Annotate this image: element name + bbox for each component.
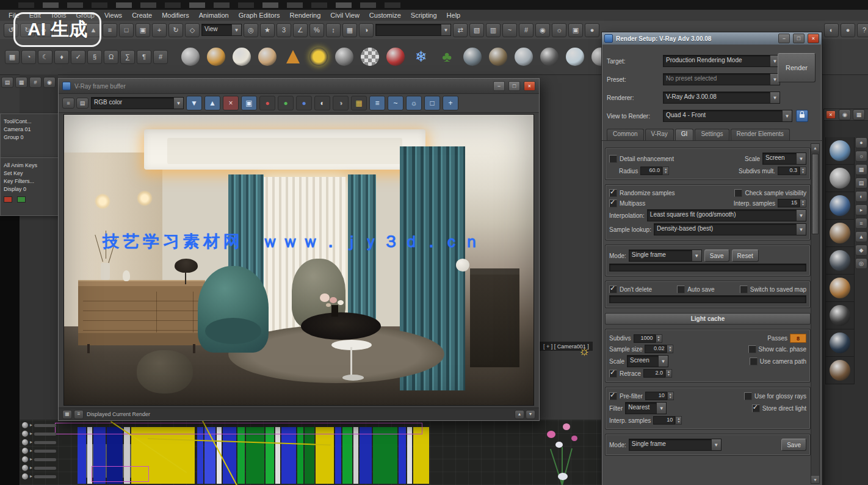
checker-map-icon[interactable] (360, 46, 380, 67)
material-sample-8[interactable] (825, 329, 855, 357)
shelf-calculator-icon[interactable]: ▦ (5, 50, 20, 64)
monochrome-icon[interactable]: ◑ (333, 96, 349, 110)
red-channel-icon[interactable]: ● (259, 96, 275, 110)
lc-sample-size-spinner[interactable]: 0.02▲▼ (645, 345, 673, 353)
lc-camera-path-checkbox[interactable] (750, 357, 758, 365)
menu-views[interactable]: Views (104, 12, 122, 19)
snaps-toggle-icon[interactable]: 3 (277, 23, 291, 37)
menu-civil-view[interactable]: Civil View (330, 12, 359, 19)
shelf-sharp-icon[interactable]: # (153, 50, 168, 64)
color-correction-icon[interactable]: ▦ (351, 96, 367, 110)
material-editor-icon[interactable]: ◉ (535, 23, 550, 37)
menu-graph-editors[interactable]: Graph Editors (239, 12, 280, 19)
tab-gi[interactable]: GI (675, 129, 694, 140)
detail-enhancement-checkbox[interactable] (609, 155, 617, 163)
outliner-row[interactable]: ▸ (22, 472, 78, 481)
view-to-render-combo[interactable]: Quad 4 - Front▼ (663, 110, 792, 122)
select-by-material-icon[interactable]: ▲ (855, 231, 867, 242)
material-sphere-dark-icon[interactable] (334, 46, 355, 67)
get-material-icon[interactable]: ◉ (839, 109, 851, 120)
render-setup-icon[interactable]: ☼ (552, 23, 566, 37)
reset-button[interactable]: Reset (732, 250, 759, 262)
material-sample-6[interactable] (825, 275, 855, 302)
shelf-omega-icon[interactable]: Ω (104, 50, 118, 64)
menu-help[interactable]: Help (447, 12, 461, 19)
tab-common[interactable]: Common (607, 129, 644, 140)
renderer-combo[interactable]: V-Ray Adv 3.00.08▼ (663, 92, 780, 104)
expand-chevron-icon[interactable]: ▸ (30, 440, 32, 445)
shelf-para-icon[interactable]: ¶ (137, 50, 151, 64)
shelf-check-icon[interactable]: ✓ (71, 50, 85, 64)
curves-icon[interactable]: ~ (388, 96, 403, 110)
make-preview-icon[interactable]: ▸ (855, 204, 867, 215)
material-sphere-slate-icon[interactable] (462, 46, 483, 67)
material-sample-1[interactable] (825, 137, 855, 165)
curve-editor-icon[interactable]: ~ (502, 23, 517, 37)
rendered-frame-window-icon[interactable]: ▣ (568, 23, 583, 37)
use-pivot-center-icon[interactable]: ◎ (244, 23, 258, 37)
vfb-layers-icon[interactable]: ▤ (76, 98, 89, 109)
minimize-button[interactable]: − (493, 81, 505, 91)
track-mouse-icon[interactable]: + (443, 96, 458, 110)
select-and-scale-icon[interactable]: ◇ (185, 23, 200, 37)
menu-customize[interactable]: Customize (369, 12, 401, 19)
render-teapot-icon[interactable]: ● (841, 23, 855, 37)
tab-vray[interactable]: V-Ray (645, 129, 674, 140)
outliner-row[interactable]: ▸ (22, 464, 78, 472)
detail-scale-combo[interactable]: Screen▼ (762, 153, 806, 165)
shelf-sum-icon[interactable]: ∑ (120, 50, 135, 64)
material-sphere-steel-icon[interactable] (513, 46, 534, 67)
menu-scripting[interactable]: Scripting (411, 12, 437, 19)
tab-render-elements[interactable]: Render Elements (731, 129, 790, 140)
blue-channel-icon[interactable]: ● (296, 96, 312, 110)
layer-manager-icon[interactable]: ▧ (469, 23, 484, 37)
scroll-up-icon[interactable]: ▲ (811, 144, 819, 151)
named-selection-sets-combo[interactable]: ▼ (375, 24, 451, 36)
outliner-row[interactable]: ▸ (22, 447, 78, 455)
scrollbar-thumb[interactable] (812, 154, 819, 234)
outliner-row[interactable]: ▸ (22, 438, 78, 447)
percent-snap-icon[interactable]: % (309, 23, 324, 37)
folder-icon[interactable]: ▤ (1, 77, 13, 88)
material-sphere-ice-icon[interactable] (565, 46, 585, 67)
graphite-ribbon-icon[interactable]: ▥ (486, 23, 501, 37)
irradiance-mode-combo[interactable]: Single frame▼ (629, 250, 702, 262)
target-combo[interactable]: Production Rendering Mode▼ (663, 55, 780, 67)
material-sphere-charcoal-icon[interactable] (539, 46, 560, 67)
scroll-up-icon[interactable]: ▴ (515, 410, 524, 419)
lc-prefilter-spinner[interactable]: 10▲▼ (645, 392, 674, 400)
schematic-view-icon[interactable]: # (519, 23, 533, 37)
options-icon[interactable]: ≡ (855, 218, 867, 229)
tab-settings[interactable]: Settings (695, 129, 729, 140)
display-icon[interactable]: ▦ (15, 77, 27, 88)
menu-modifiers[interactable]: Modifiers (162, 12, 189, 19)
select-and-manipulate-icon[interactable]: ★ (260, 23, 275, 37)
load-image-icon[interactable]: ▲ (204, 96, 220, 110)
material-sample-2[interactable] (825, 165, 855, 192)
close-button[interactable]: × (524, 81, 535, 91)
lc-save-button[interactable]: Save (781, 439, 806, 451)
lc-glossy-checkbox[interactable] (744, 392, 752, 400)
menu-animation[interactable]: Animation (199, 12, 229, 19)
material-sphere-amber-icon[interactable] (206, 46, 226, 67)
shelf-clock-icon[interactable]: ◔ (21, 50, 36, 64)
clear-image-icon[interactable]: × (223, 96, 239, 110)
color-swatch-green[interactable] (17, 196, 26, 203)
material-sample-5[interactable] (825, 247, 855, 275)
pick-material-icon[interactable]: ◎ (855, 258, 867, 269)
check-sample-visibility-checkbox[interactable] (734, 189, 742, 197)
material-sphere-earth-icon[interactable] (488, 46, 508, 67)
select-by-name-icon[interactable]: ≡ (103, 23, 117, 37)
outliner-row[interactable]: ▸ (22, 455, 78, 464)
reference-coordinate-combo[interactable]: View▼ (201, 24, 242, 36)
lc-retrace-checkbox[interactable] (609, 370, 617, 378)
levels-icon[interactable]: ≡ (369, 96, 385, 110)
switch-to-saved-checkbox[interactable] (740, 286, 748, 293)
expand-chevron-icon[interactable]: ▸ (30, 465, 32, 470)
autosave-file-field[interactable] (609, 295, 806, 303)
close-button[interactable]: × (808, 34, 819, 43)
cone-primitive-icon[interactable] (283, 46, 303, 67)
foliage-icon[interactable]: ♣ (436, 46, 457, 67)
vfb-titlebar[interactable]: V-Ray frame buffer − □ × (59, 79, 539, 94)
render-button[interactable]: Render (778, 53, 816, 82)
